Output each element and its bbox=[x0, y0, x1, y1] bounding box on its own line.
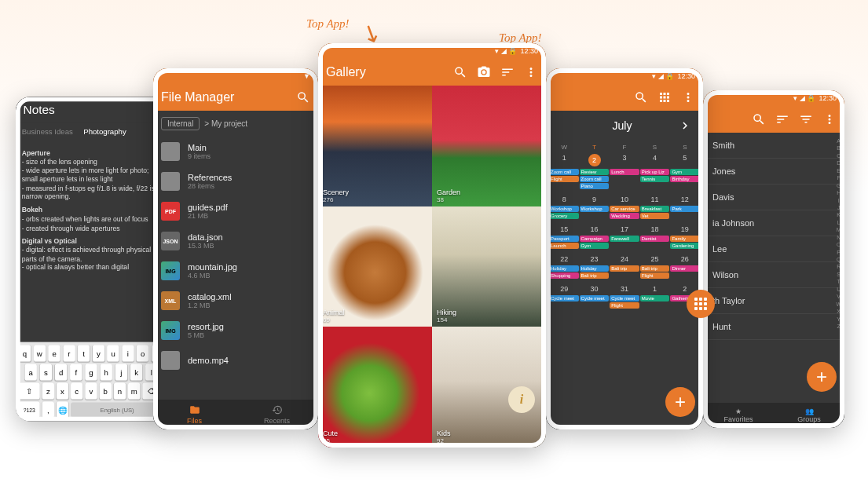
breadcrumb-path[interactable]: > My project bbox=[204, 119, 247, 128]
calendar-day[interactable]: 12 bbox=[670, 195, 700, 203]
album-hiking[interactable]: Hiking 154 bbox=[432, 206, 546, 327]
file-item[interactable]: References 28 items bbox=[153, 166, 318, 196]
calendar-day[interactable]: 1 bbox=[639, 285, 669, 293]
calendar-day[interactable]: 24 bbox=[610, 255, 639, 263]
calendar-event[interactable]: Cycle meet bbox=[549, 295, 579, 301]
search-icon[interactable] bbox=[752, 112, 766, 126]
calendar-day[interactable]: 10 bbox=[610, 195, 639, 203]
nav-favorites[interactable]: ★Favorites bbox=[703, 403, 774, 428]
calendar-day[interactable]: 15 bbox=[549, 225, 579, 233]
key-u[interactable]: u bbox=[107, 345, 119, 361]
key-globe[interactable]: 🌐 bbox=[57, 401, 68, 418]
contact-item[interactable]: Hunt bbox=[703, 314, 844, 340]
calendar-event[interactable]: Wedding bbox=[610, 213, 639, 219]
album-scenery[interactable]: Scenery 276 bbox=[318, 86, 432, 206]
contact-item[interactable]: Davis bbox=[703, 185, 844, 210]
calendar-day[interactable]: 31 bbox=[610, 285, 639, 293]
calendar-event[interactable]: Passport bbox=[549, 236, 579, 242]
album-cute[interactable]: Cute 85 bbox=[318, 327, 432, 448]
calendar-event[interactable]: Dentist bbox=[640, 236, 670, 242]
calendar-event[interactable]: Pick up Liz bbox=[640, 169, 670, 175]
calendar-event[interactable]: Flight bbox=[640, 272, 670, 279]
file-item[interactable]: XML catalog.xml 1.2 MB bbox=[153, 286, 318, 316]
key-z[interactable]: z bbox=[42, 382, 54, 399]
calendar-event[interactable]: Gardening bbox=[670, 243, 700, 249]
search-icon[interactable] bbox=[634, 90, 648, 104]
key-h[interactable]: h bbox=[101, 364, 112, 380]
calendar-event[interactable]: Campaign bbox=[580, 236, 610, 242]
calendar-event[interactable]: Flight bbox=[610, 302, 639, 309]
key-o[interactable]: o bbox=[137, 345, 148, 361]
add-event-fab[interactable]: + bbox=[665, 387, 695, 417]
album-animal[interactable]: Animal 69 bbox=[318, 206, 432, 327]
more-icon[interactable] bbox=[681, 90, 695, 104]
add-contact-fab[interactable]: + bbox=[807, 362, 837, 392]
tab-photography[interactable]: Photography bbox=[83, 127, 126, 136]
calendar-event[interactable]: Gym bbox=[580, 243, 610, 249]
key-q[interactable]: q bbox=[19, 345, 31, 361]
alpha-index[interactable]: ABCDEFGHIJKLMNOPQRSTUVWXYZ bbox=[836, 137, 841, 330]
calendar-event[interactable]: Review bbox=[580, 169, 610, 175]
key-k[interactable]: k bbox=[130, 364, 142, 380]
contact-item[interactable]: Smith bbox=[703, 133, 844, 159]
calendar-event[interactable]: Vet bbox=[640, 213, 670, 219]
calendar-day[interactable]: 29 bbox=[549, 285, 579, 293]
key-b[interactable]: b bbox=[100, 382, 112, 399]
keyboard[interactable]: qwertyuiop asdfghjkl ⇧zxcvbnm⌫ ?123 , 🌐 … bbox=[16, 342, 167, 422]
calendar-day[interactable]: 9 bbox=[579, 195, 609, 203]
calendar-event[interactable]: Birthday bbox=[670, 176, 700, 182]
calendar-event[interactable]: Workshop bbox=[580, 206, 610, 212]
album-kids[interactable]: Kids 92 bbox=[432, 327, 546, 448]
sort-icon[interactable] bbox=[775, 112, 789, 126]
calendar-event[interactable]: Breakfast bbox=[640, 206, 670, 212]
key-v[interactable]: v bbox=[85, 382, 97, 399]
calendar-event[interactable]: Lunch bbox=[610, 169, 639, 175]
key-f[interactable]: f bbox=[70, 364, 82, 380]
calendar-event[interactable]: Shopping bbox=[549, 272, 579, 279]
file-item[interactable]: demo.mp4 bbox=[153, 345, 318, 375]
key-c[interactable]: c bbox=[71, 382, 82, 399]
calendar-day[interactable]: 18 bbox=[639, 225, 669, 233]
key-r[interactable]: r bbox=[63, 345, 75, 361]
calendar-day[interactable]: 17 bbox=[610, 225, 639, 233]
filter-icon[interactable] bbox=[799, 112, 813, 126]
nav-files[interactable]: Files bbox=[153, 400, 236, 429]
key-s[interactable]: s bbox=[40, 364, 52, 380]
key-g[interactable]: g bbox=[85, 364, 97, 380]
calendar-day[interactable]: 8 bbox=[549, 195, 579, 203]
info-fab[interactable]: i bbox=[508, 386, 535, 413]
breadcrumb-root[interactable]: Internal bbox=[161, 117, 200, 130]
calendar-event[interactable]: Zoom call bbox=[549, 169, 579, 175]
camera-icon[interactable] bbox=[477, 65, 491, 79]
tab-business[interactable]: Business Ideas bbox=[22, 127, 73, 136]
search-icon[interactable] bbox=[453, 65, 467, 79]
calendar-day[interactable]: 26 bbox=[670, 255, 700, 263]
file-item[interactable]: IMG resort.jpg 5 MB bbox=[153, 316, 318, 345]
calendar-day[interactable]: 22 bbox=[549, 255, 579, 263]
calendar-event[interactable]: Tennis bbox=[640, 176, 670, 182]
calendar-day[interactable]: 23 bbox=[579, 255, 609, 263]
key-comma[interactable]: , bbox=[42, 401, 54, 418]
calendar-day[interactable]: 5 bbox=[670, 154, 700, 166]
calendar-day[interactable]: 30 bbox=[579, 285, 609, 293]
file-item[interactable]: PDF guides.pdf 21 MB bbox=[153, 196, 318, 226]
next-month-icon[interactable] bbox=[678, 119, 692, 133]
calendar-event[interactable]: Bali trip bbox=[610, 265, 639, 272]
key-i[interactable]: i bbox=[122, 345, 134, 361]
notes-content[interactable]: Aperture - size of the lens opening - wi… bbox=[16, 140, 167, 342]
calendar-event[interactable]: Holiday bbox=[580, 265, 610, 272]
key-w[interactable]: w bbox=[34, 345, 46, 361]
calendar-day[interactable]: 4 bbox=[639, 154, 669, 166]
key-j[interactable]: j bbox=[115, 364, 127, 380]
calendar-event[interactable]: Launch bbox=[549, 243, 579, 249]
key-t[interactable]: t bbox=[78, 345, 90, 361]
calendar-event[interactable]: Holiday bbox=[549, 265, 579, 272]
contact-item[interactable]: ia Johnson bbox=[703, 210, 844, 236]
calendar-event[interactable]: Bali trip bbox=[640, 265, 670, 272]
key-m[interactable]: m bbox=[128, 382, 140, 399]
dialpad-fab[interactable] bbox=[687, 290, 715, 318]
key-a[interactable]: a bbox=[25, 364, 37, 380]
calendar-event[interactable]: Grocery bbox=[549, 213, 579, 219]
key-n[interactable]: n bbox=[114, 382, 126, 399]
calendar-day[interactable]: 19 bbox=[670, 225, 700, 233]
